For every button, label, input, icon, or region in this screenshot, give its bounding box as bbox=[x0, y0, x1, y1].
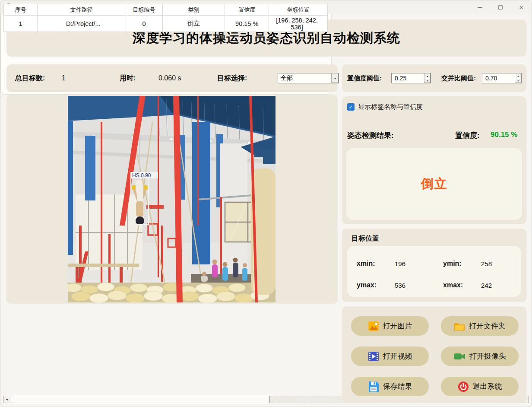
target-select-dropdown[interactable]: 全部 ▼ bbox=[278, 73, 339, 83]
maximize-icon bbox=[498, 5, 503, 10]
open-image-button[interactable]: 打开图片 bbox=[351, 316, 429, 336]
target-position-panel: 目标位置 xmin: 196 ymin: 258 ymax: 536 xmax:… bbox=[342, 229, 526, 302]
iou-threshold-label: 交并比阈值: bbox=[441, 64, 476, 92]
iou-threshold-spinbox[interactable]: 0.70 ▲ ▼ bbox=[482, 73, 522, 83]
target-position-title: 目标位置 bbox=[352, 234, 379, 243]
confidence-threshold-value: 0.25 bbox=[392, 73, 424, 83]
close-icon: ✕ bbox=[519, 4, 524, 11]
close-button[interactable]: ✕ bbox=[511, 0, 532, 14]
open-camera-label: 打开摄像头 bbox=[469, 351, 506, 361]
table-header-row: 序号 文件路径 目标编号 类别 置信度 坐标位置 bbox=[4, 4, 328, 16]
cell-confidence: 90.15 % bbox=[225, 16, 269, 32]
cell-target-id: 0 bbox=[126, 16, 162, 32]
spin-down-icon[interactable]: ▼ bbox=[424, 78, 431, 83]
xmax-value: 242 bbox=[481, 282, 492, 289]
power-icon bbox=[458, 381, 469, 392]
threshold-panel: 置信度阈值: 0.25 ▲ ▼ 交并比阈值: 0.70 ▲ ▼ bbox=[342, 64, 526, 92]
scrollbar-thumb[interactable] bbox=[11, 396, 270, 403]
open-folder-button[interactable]: 打开文件夹 bbox=[441, 316, 519, 336]
scroll-left-icon[interactable]: ◄ bbox=[3, 396, 10, 403]
cell-coords: [196, 258, 242, 536] bbox=[269, 16, 328, 32]
image-viewer-panel: HS 0.90 bbox=[6, 95, 338, 304]
open-camera-button[interactable]: 打开摄像头 bbox=[441, 347, 519, 366]
xmin-value: 196 bbox=[395, 260, 405, 267]
save-results-label: 保存结果 bbox=[383, 382, 412, 391]
target-select-label: 目标选择: bbox=[217, 64, 247, 92]
table-row[interactable]: 1 D:/Project/... 0 倒立 90.15 % [196, 258,… bbox=[4, 16, 328, 32]
cell-class: 倒立 bbox=[162, 16, 225, 32]
total-targets-value: 1 bbox=[62, 64, 66, 92]
col-header-coords[interactable]: 坐标位置 bbox=[269, 4, 328, 16]
target-select-value: 全部 bbox=[278, 74, 331, 82]
open-folder-label: 打开文件夹 bbox=[469, 321, 506, 331]
open-video-button[interactable]: 打开视频 bbox=[351, 347, 429, 366]
pose-result-value: 倒立 bbox=[421, 175, 448, 193]
chevron-down-icon[interactable]: ▼ bbox=[331, 73, 339, 83]
video-icon bbox=[368, 351, 379, 362]
ymax-label: ymax: bbox=[357, 281, 384, 289]
col-header-index[interactable]: 序号 bbox=[4, 4, 38, 16]
minimize-button[interactable] bbox=[469, 0, 490, 14]
minimize-icon bbox=[478, 7, 482, 8]
spin-down-icon[interactable]: ▼ bbox=[515, 78, 521, 83]
stats-panel: 总目标数: 1 用时: 0.060 s 目标选择: 全部 ▼ bbox=[6, 64, 338, 92]
ymin-value: 258 bbox=[481, 260, 492, 267]
exit-system-button[interactable]: 退出系统 bbox=[441, 377, 519, 396]
folder-icon bbox=[454, 321, 465, 332]
window-controls: ✕ bbox=[469, 0, 532, 14]
show-labels-label: 显示标签名称与置信度 bbox=[358, 103, 423, 111]
xmax-label: xmax: bbox=[443, 281, 471, 289]
elapsed-time-value: 0.060 s bbox=[158, 64, 181, 92]
xmin-label: xmin: bbox=[357, 260, 384, 267]
maximize-button[interactable] bbox=[490, 0, 511, 14]
exit-system-label: 退出系统 bbox=[473, 382, 502, 391]
col-header-filepath[interactable]: 文件路径 bbox=[37, 4, 126, 16]
image-icon bbox=[368, 321, 379, 332]
pose-result-label: 姿态检测结果: bbox=[347, 130, 394, 140]
open-image-label: 打开图片 bbox=[383, 321, 412, 331]
detection-panel: ✓ 显示标签名称与置信度 姿态检测结果: 置信度: 90.15 % 倒立 bbox=[342, 96, 526, 224]
pose-result-box: 倒立 bbox=[346, 148, 522, 220]
col-header-target-id[interactable]: 目标编号 bbox=[126, 4, 162, 16]
iou-threshold-value: 0.70 bbox=[482, 73, 515, 83]
save-icon bbox=[368, 381, 379, 392]
col-header-confidence[interactable]: 置信度 bbox=[225, 4, 269, 16]
target-position-box: xmin: 196 ymin: 258 ymax: 536 xmax: 242 bbox=[347, 246, 521, 297]
actions-panel: 打开图片 打开文件夹 打开视频 打开摄像头 bbox=[342, 306, 526, 402]
open-video-label: 打开视频 bbox=[383, 351, 412, 361]
elapsed-time-label: 用时: bbox=[120, 64, 136, 92]
confidence-threshold-label: 置信度阈值: bbox=[347, 64, 382, 92]
spin-up-icon[interactable]: ▲ bbox=[424, 73, 431, 78]
total-targets-label: 总目标数: bbox=[15, 64, 45, 92]
show-labels-checkbox[interactable]: ✓ bbox=[347, 103, 355, 111]
save-results-button[interactable]: 保存结果 bbox=[351, 377, 429, 396]
detection-image: HS 0.90 bbox=[68, 96, 276, 302]
confidence-label: 置信度: bbox=[455, 130, 480, 140]
confidence-threshold-spinbox[interactable]: 0.25 ▲ ▼ bbox=[391, 73, 431, 83]
bbox-label: HS 0.90 bbox=[132, 172, 151, 178]
ymin-label: ymin: bbox=[443, 260, 471, 267]
results-table: 序号 文件路径 目标编号 类别 置信度 坐标位置 1 D:/Project/..… bbox=[3, 4, 328, 32]
confidence-value: 90.15 % bbox=[491, 130, 517, 139]
camera-icon bbox=[453, 351, 466, 362]
spin-up-icon[interactable]: ▲ bbox=[515, 73, 521, 78]
cell-index: 1 bbox=[4, 16, 38, 32]
ymax-value: 536 bbox=[395, 282, 405, 289]
cell-filepath: D:/Project/... bbox=[37, 16, 126, 32]
col-header-class[interactable]: 类别 bbox=[162, 4, 225, 16]
